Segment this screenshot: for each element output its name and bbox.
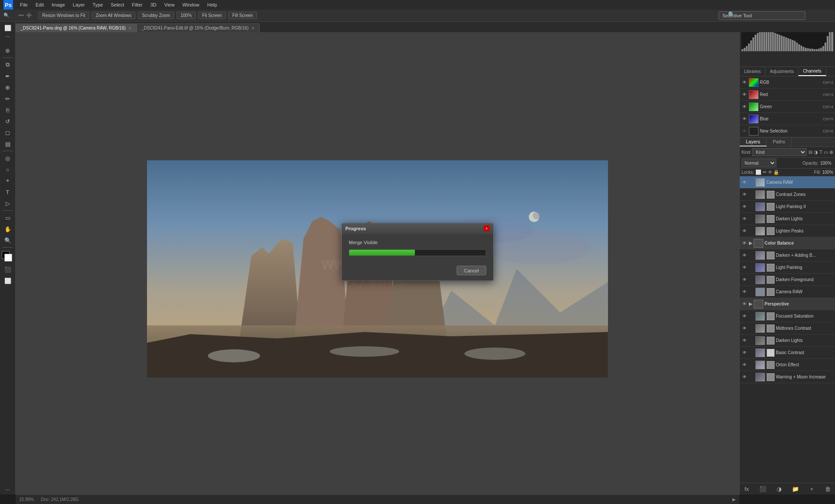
channel-eye-blue[interactable]: 👁 [741, 116, 748, 122]
filter-shape-icon[interactable]: ▭ [824, 149, 828, 155]
add-layer-btn[interactable]: + [808, 484, 816, 493]
layer-item-1[interactable]: 👁 Contrast Zones [740, 189, 835, 201]
layer-item-10[interactable]: 👁 ▶ Perspective [740, 298, 835, 310]
lock-position-btn[interactable]: ✛ [768, 169, 772, 175]
channel-eye-green[interactable]: 👁 [741, 104, 748, 110]
fill-value[interactable]: 100% [822, 170, 833, 175]
eye-12[interactable]: 👁 [741, 325, 748, 332]
search-icon[interactable]: 🔍 [728, 11, 735, 18]
extra-tools-btn[interactable]: ··· [2, 484, 14, 494]
channel-new-selection[interactable]: 👁 New Selection Ctrl+6 [740, 125, 835, 137]
add-mask-btn[interactable]: ⬛ [758, 484, 767, 493]
layer-item-8[interactable]: 👁 Darken Foreground [740, 274, 835, 286]
zoom-plus-btn[interactable]: ➕ [26, 13, 32, 18]
eye-14[interactable]: 👁 [741, 350, 748, 356]
channel-green[interactable]: 👁 Green Ctrl+4 [740, 101, 835, 113]
layer-item-12[interactable]: 👁 Midtones Contrast [740, 322, 835, 335]
filter-kind-select[interactable]: Kind [752, 148, 807, 156]
lock-all-btn[interactable]: 🔒 [773, 169, 779, 175]
cancel-button[interactable]: Cancel [457, 266, 486, 275]
opacity-value[interactable]: 100% [820, 161, 833, 166]
zoom-100-btn[interactable]: 100% [177, 12, 196, 19]
add-group-btn[interactable]: 📁 [791, 484, 800, 493]
layer-item-0[interactable]: 👁 Camera RAW [740, 176, 835, 189]
pen-tool[interactable]: ⌖ [2, 176, 14, 186]
type-tool[interactable]: T [2, 187, 14, 197]
lock-image-btn[interactable]: ✏ [763, 169, 767, 175]
layer-item-16[interactable]: 👁 Warning + Moon Increase [740, 371, 835, 383]
quick-mask-btn[interactable]: ⬛ [2, 264, 14, 275]
lock-transparent-btn[interactable]: ⬜ [755, 169, 762, 175]
layers-tab[interactable]: Layers [740, 138, 767, 146]
layer-item-13[interactable]: 👁 Darken Lights [740, 335, 835, 347]
add-fx-btn[interactable]: fx [742, 484, 751, 493]
eye-1[interactable]: 👁 [741, 192, 748, 198]
zoom-minus-btn[interactable]: ➖ [18, 13, 24, 18]
crop-tool[interactable]: ⧉ [2, 60, 14, 70]
channel-eye-red[interactable]: 👁 [741, 92, 748, 98]
eraser-tool[interactable]: ◻ [2, 127, 14, 138]
eye-10[interactable]: 👁 [741, 301, 748, 307]
zoom-tool[interactable]: 🔍 [2, 235, 14, 245]
clone-tool[interactable]: ⎘ [2, 105, 14, 115]
channel-blue[interactable]: 👁 Blue Ctrl+5 [740, 113, 835, 125]
eye-0[interactable]: 👁 [741, 179, 748, 186]
eye-7[interactable]: 👁 [741, 265, 748, 271]
doc-tab-1[interactable]: _DSC8241-Pano.dng @ 16% (Camera RAW, RGB… [16, 23, 137, 32]
filter-type-icon[interactable]: T [819, 149, 822, 155]
menu-type[interactable]: Type [89, 1, 107, 8]
dialog-close-btn[interactable]: × [484, 225, 490, 232]
healing-tool[interactable]: ⊕ [2, 82, 14, 93]
layer-item-2[interactable]: 👁 Light Painting II [740, 201, 835, 213]
layer-item-14[interactable]: 👁 Basic Contrast [740, 347, 835, 359]
channel-red[interactable]: 👁 Red Ctrl+3 [740, 89, 835, 101]
resize-windows-btn[interactable]: Resize Windows to Fit [38, 12, 89, 19]
menu-filter[interactable]: Filter [128, 1, 146, 8]
eye-15[interactable]: 👁 [741, 362, 748, 368]
doc-tab-2[interactable]: _DSC8241-Pano-Edit.tif @ 15% (Dodge/Burn… [137, 23, 259, 32]
channel-eye-rgb[interactable]: 👁 [741, 80, 748, 86]
layer-item-7[interactable]: 👁 Light Painting [740, 262, 835, 274]
paths-tab[interactable]: Paths [767, 138, 792, 146]
eye-3[interactable]: 👁 [741, 216, 748, 222]
eye-6[interactable]: 👁 [741, 252, 748, 259]
screen-mode-btn[interactable]: ⬜ [2, 275, 14, 286]
blur-tool[interactable]: ◎ [2, 153, 14, 163]
fill-screen-btn[interactable]: Fill Screen [228, 12, 257, 19]
menu-view[interactable]: View [161, 1, 178, 8]
adjustments-tab[interactable]: Adjustments [765, 67, 798, 76]
eyedropper-tool[interactable]: ✒ [2, 71, 14, 81]
filter-pixel-icon[interactable]: ⊟ [808, 149, 812, 155]
history-brush-tool[interactable]: ↺ [2, 116, 14, 126]
menu-file[interactable]: File [17, 1, 31, 8]
eye-13[interactable]: 👁 [741, 338, 748, 344]
fit-screen-btn[interactable]: Fit Screen [198, 12, 226, 19]
zoom-all-windows-btn[interactable]: Zoom All Windows [92, 12, 135, 19]
delete-layer-btn[interactable]: 🗑 [824, 484, 832, 493]
doc-tab-2-close[interactable]: ✕ [251, 26, 255, 30]
path-select-tool[interactable]: ▷ [2, 198, 14, 209]
channels-tab[interactable]: Channels [798, 67, 826, 76]
filter-adj-icon[interactable]: ◑ [814, 149, 818, 155]
channel-eye-ns[interactable]: 👁 [741, 128, 748, 134]
brush-tool[interactable]: ✏ [2, 93, 14, 104]
layer-item-15[interactable]: 👁 Orton Effect [740, 359, 835, 371]
eye-2[interactable]: 👁 [741, 204, 748, 210]
menu-3d[interactable]: 3D [147, 1, 160, 8]
layer-item-5[interactable]: 👁 ▶ Color Balance [740, 237, 835, 249]
layer-item-11[interactable]: 👁 Focused Saturation [740, 310, 835, 322]
filter-smart-icon[interactable]: ⊕ [829, 149, 833, 155]
eye-11[interactable]: 👁 [741, 313, 748, 319]
eye-4[interactable]: 👁 [741, 228, 748, 234]
layer-item-4[interactable]: 👁 Lighten Peaks [740, 225, 835, 237]
layer-item-6[interactable]: 👁 Darken + Adding B... [740, 249, 835, 262]
lasso-tool[interactable]: ⌒ [2, 34, 14, 44]
eye-5[interactable]: 👁 [741, 240, 748, 246]
menu-edit[interactable]: Edit [32, 1, 47, 8]
fg-bg-colors[interactable] [2, 251, 14, 263]
eye-8[interactable]: 👁 [741, 277, 748, 283]
libraries-tab[interactable]: Libraries [740, 67, 765, 76]
menu-layer[interactable]: Layer [69, 1, 88, 8]
add-adjustment-btn[interactable]: ◑ [775, 484, 784, 493]
select-tool[interactable]: ⬜ [2, 23, 14, 33]
